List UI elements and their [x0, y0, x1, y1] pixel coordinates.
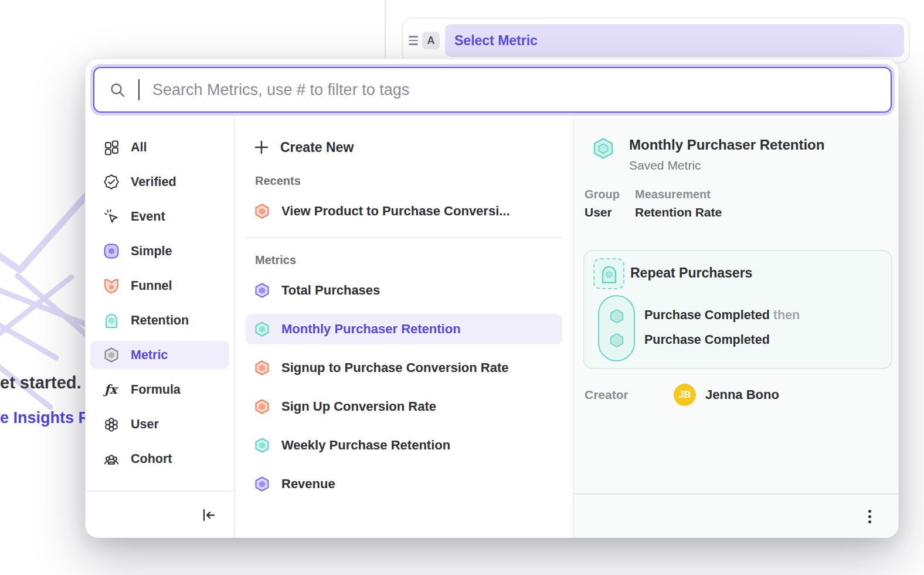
sidebar-item-label: Retention — [131, 313, 189, 328]
step-2-event: Purchase Completed — [644, 333, 770, 347]
metric-item-weekly-purchase-retention[interactable]: Weekly Purchase Retention — [246, 430, 562, 461]
step-1: Purchase Completed then — [644, 307, 800, 323]
search-input[interactable] — [152, 81, 875, 99]
metric-hexagon-icon — [103, 347, 120, 363]
event-sequence-pill — [598, 295, 635, 361]
metric-item-label: Total Purchases — [281, 283, 380, 298]
creator-avatar: JB — [674, 384, 696, 406]
screen: et started. e Insights Re A Select Metri… — [0, 0, 924, 575]
background-heading-fragment: et started. — [0, 373, 81, 393]
metric-item-label: Monthly Purchaser Retention — [281, 322, 461, 337]
definition-steps: Purchase Completed then Purchase Complet… — [644, 307, 800, 347]
cohort-people-icon — [103, 451, 120, 467]
picker-columns: All Verified Event — [86, 118, 898, 538]
detail-subtitle: Saved Metric — [629, 158, 824, 172]
sidebar-item-label: Formula — [131, 383, 181, 397]
list-divider — [246, 237, 562, 238]
text-cursor — [138, 79, 140, 100]
create-new-button[interactable]: Create New — [246, 133, 562, 161]
event-hexagon-icon — [608, 307, 626, 325]
create-new-label: Create New — [280, 140, 354, 155]
more-options-button[interactable] — [865, 506, 875, 527]
creator-label: Creator — [585, 388, 674, 402]
measurement-value: Retention Rate — [635, 205, 722, 219]
recents-section-header: Recents — [246, 174, 562, 188]
retention-arch-icon — [599, 264, 619, 284]
metric-item-monthly-purchaser-retention[interactable]: Monthly Purchaser Retention — [246, 314, 562, 344]
metric-item-label: Revenue — [281, 476, 335, 492]
simple-metric-icon — [103, 243, 120, 259]
step-2: Purchase Completed — [644, 332, 800, 347]
sidebar-item-verified[interactable]: Verified — [90, 168, 229, 196]
sidebar-item-retention[interactable]: Retention — [90, 306, 229, 334]
series-letter-badge: A — [422, 32, 440, 49]
sidebar-item-label: User — [131, 417, 159, 432]
event-hexagon-icon — [608, 332, 626, 349]
metric-item-revenue[interactable]: Revenue — [246, 469, 562, 499]
metrics-section-header: Metrics — [246, 253, 562, 267]
plus-icon — [254, 140, 269, 155]
sidebar-item-metric[interactable]: Metric — [90, 341, 229, 369]
sidebar-item-label: Metric — [131, 348, 168, 363]
creator-row: Creator JB Jenna Bono — [585, 384, 779, 406]
retention-arch-icon — [103, 312, 120, 329]
collapse-sidebar-button[interactable] — [201, 508, 216, 523]
search-field-container — [93, 67, 892, 113]
svg-text:ƒx: ƒx — [103, 382, 118, 397]
sidebar-item-label: All — [131, 140, 147, 155]
verified-badge-icon — [103, 174, 120, 190]
measurement-meta: Measurement Retention Rate — [635, 188, 722, 219]
sidebar-item-event[interactable]: Event — [90, 202, 229, 231]
sidebar-footer — [86, 491, 234, 538]
select-metric-field[interactable]: Select Metric — [445, 24, 904, 57]
group-value: User — [585, 205, 620, 219]
funnel-icon — [103, 278, 120, 294]
purple-hexagon-icon — [254, 282, 270, 299]
grid-icon — [103, 139, 120, 155]
step-1-event: Purchase Completed — [644, 308, 770, 322]
step-connector: then — [773, 308, 800, 322]
metric-item-label: Sign Up Conversion Rate — [281, 399, 436, 414]
sidebar-item-label: Cohort — [131, 452, 172, 466]
metric-item-label: Signup to Purchase Conversion Rate — [281, 360, 509, 376]
funnel-hexagon-icon — [254, 203, 270, 219]
user-cluster-icon — [103, 416, 120, 432]
sidebar-item-user[interactable]: User — [90, 410, 229, 438]
sidebar-item-cohort[interactable]: Cohort — [90, 445, 229, 473]
metric-picker-modal: All Verified Event — [85, 59, 899, 538]
coral-hexagon-icon — [254, 360, 270, 376]
drag-handle-icon[interactable] — [409, 36, 418, 45]
group-meta: Group User — [585, 188, 620, 219]
metric-row-card: A Select Metric — [402, 18, 910, 63]
sidebar-item-label: Funnel — [131, 279, 172, 293]
filter-sidebar: All Verified Event — [86, 118, 235, 538]
metric-item-total-purchases[interactable]: Total Purchases — [246, 275, 562, 306]
search-icon — [110, 82, 125, 98]
sidebar-item-label: Event — [131, 209, 165, 224]
creator-name: Jenna Bono — [705, 387, 779, 402]
group-label: Group — [585, 188, 620, 201]
sidebar-item-funnel[interactable]: Funnel — [90, 272, 229, 300]
definition-card: Repeat Purchasers Purchase Completed the… — [583, 250, 892, 369]
metric-item-sign-up-conversion-rate[interactable]: Sign Up Conversion Rate — [246, 391, 562, 422]
formula-fx-icon: ƒx — [103, 381, 120, 398]
detail-footer — [574, 493, 898, 538]
sidebar-item-simple[interactable]: Simple — [90, 237, 229, 265]
coral-hexagon-icon — [254, 398, 270, 415]
detail-meta: Group User Measurement Retention Rate — [574, 188, 898, 219]
metric-item-label: Weekly Purchase Retention — [281, 438, 450, 453]
select-metric-label: Select Metric — [454, 33, 538, 49]
teal-hexagon-icon — [592, 137, 615, 160]
metric-list-column: Create New Recents View Product to Purch… — [235, 118, 574, 538]
measurement-label: Measurement — [635, 188, 722, 201]
teal-hexagon-icon — [254, 437, 270, 454]
sidebar-item-formula[interactable]: ƒx Formula — [90, 376, 229, 404]
detail-title: Monthly Purchaser Retention — [629, 137, 824, 153]
detail-header: Monthly Purchaser Retention Saved Metric — [574, 118, 898, 172]
background-insights-link-fragment[interactable]: e Insights Re — [0, 409, 98, 427]
sidebar-item-all[interactable]: All — [90, 133, 229, 161]
teal-hexagon-icon — [254, 321, 270, 337]
metric-item-signup-to-purchase-conversion-rate[interactable]: Signup to Purchase Conversion Rate — [246, 353, 562, 383]
recent-item-view-product-to-purchase[interactable]: View Product to Purchase Conversi... — [246, 196, 562, 226]
purple-hexagon-icon — [254, 476, 270, 492]
